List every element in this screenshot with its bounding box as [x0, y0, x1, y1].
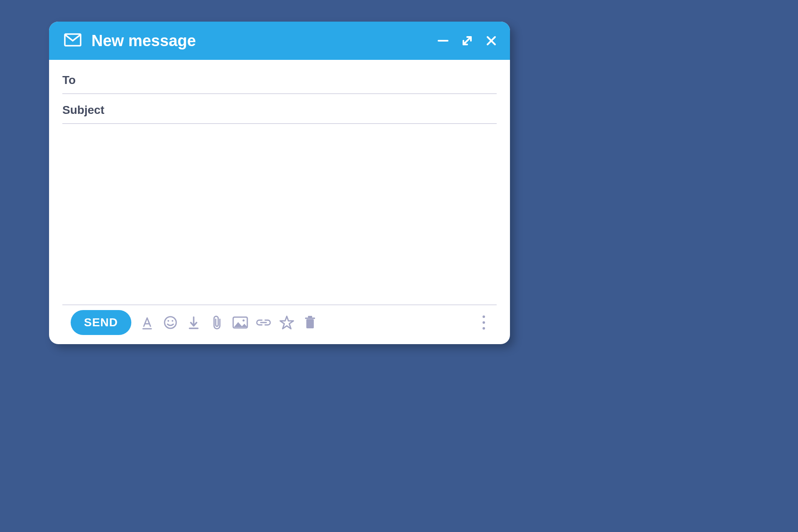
dot-icon	[483, 315, 485, 318]
message-body-input[interactable]	[62, 131, 497, 305]
formatting-tools	[139, 314, 472, 331]
svg-point-12	[242, 320, 244, 322]
compose-window: New message To	[49, 22, 510, 344]
compose-toolbar: SEND	[62, 305, 497, 340]
emoji-icon[interactable]	[162, 314, 179, 331]
svg-point-7	[167, 320, 169, 322]
star-icon[interactable]	[278, 314, 295, 331]
link-icon[interactable]	[255, 314, 272, 331]
window-title: New message	[91, 32, 426, 50]
compose-body: To Subject SEND	[49, 60, 510, 344]
minimize-button[interactable]	[436, 34, 450, 48]
svg-point-8	[172, 320, 173, 322]
to-label: To	[62, 74, 76, 87]
dot-icon	[483, 327, 485, 330]
to-field-row: To	[62, 69, 497, 94]
expand-button[interactable]	[460, 34, 474, 48]
svg-rect-15	[305, 318, 315, 319]
svg-point-6	[165, 317, 176, 328]
svg-rect-14	[306, 319, 314, 328]
subject-input[interactable]	[104, 103, 497, 116]
trash-icon[interactable]	[302, 314, 318, 331]
text-format-icon[interactable]	[139, 314, 155, 331]
attachment-icon[interactable]	[209, 314, 225, 331]
subject-field-row: Subject	[62, 99, 497, 124]
svg-rect-16	[308, 316, 312, 318]
download-icon[interactable]	[185, 314, 202, 331]
image-icon[interactable]	[232, 314, 249, 331]
window-controls	[436, 34, 498, 48]
close-button[interactable]	[484, 34, 498, 48]
to-input[interactable]	[76, 74, 497, 86]
send-button[interactable]: SEND	[71, 310, 131, 335]
titlebar: New message	[49, 22, 510, 60]
dot-icon	[483, 321, 485, 324]
subject-label: Subject	[62, 103, 104, 117]
mail-icon	[64, 33, 81, 48]
more-options-button[interactable]	[479, 312, 488, 333]
